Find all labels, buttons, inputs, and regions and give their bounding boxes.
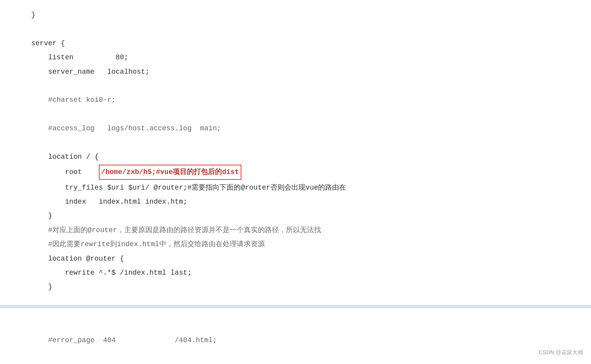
code-line-close-location: } bbox=[31, 209, 591, 223]
code-line-listen: listen 80; bbox=[31, 50, 591, 64]
code-line-empty bbox=[31, 22, 591, 36]
code-line-empty bbox=[31, 136, 591, 150]
code-line-try-files: try_files $uri $uri/ @router;#需要指向下面的@ro… bbox=[31, 181, 591, 195]
code-line-server-name: server_name localhost; bbox=[31, 65, 591, 79]
code-line-error-page-404: #error_page 404 /404.html; bbox=[31, 333, 591, 347]
code-line-redirect-comment: # redirect server error pages to the sta… bbox=[31, 362, 591, 364]
code-line-index: index index.html index.htm; bbox=[31, 195, 591, 209]
code-line-location-router: location @router { bbox=[31, 252, 591, 266]
code-line-empty bbox=[31, 107, 591, 121]
code-container-2: #error_page 404 /404.html; # redirect se… bbox=[0, 311, 591, 364]
code-line: } bbox=[31, 8, 591, 22]
code-line-comment1: #对应上面的@router，主要原因是路由的路径资源并不是一个真实的路径，所以无… bbox=[31, 223, 591, 237]
code-line-charset: #charset koi8-r; bbox=[31, 93, 591, 107]
code-line-rewrite: rewrite ^.*$ /index.html last; bbox=[31, 266, 591, 280]
code-line-empty bbox=[31, 79, 591, 93]
code-line-server: server { bbox=[31, 36, 591, 50]
root-path-highlight: /home/zxb/h5;#vue项目的打包后的dist bbox=[99, 165, 241, 179]
code-line-empty bbox=[31, 348, 591, 362]
code-line-root: root /home/zxb/h5;#vue项目的打包后的dist bbox=[31, 164, 591, 180]
code-line-close-router: } bbox=[31, 280, 591, 294]
code-line-location-root: location / { bbox=[31, 150, 591, 164]
code-line-empty bbox=[31, 319, 591, 333]
code-line-access-log: #access_log logs/host.access.log main; bbox=[31, 121, 591, 135]
code-container: } server { listen 80; server_name localh… bbox=[0, 0, 591, 302]
separator-line bbox=[0, 305, 591, 308]
watermark: CSDN @花鼠大师 bbox=[539, 349, 583, 356]
code-line-comment2: #因此需要rewrite到index.html中，然后交给路由在处理请求资源 bbox=[31, 237, 591, 251]
